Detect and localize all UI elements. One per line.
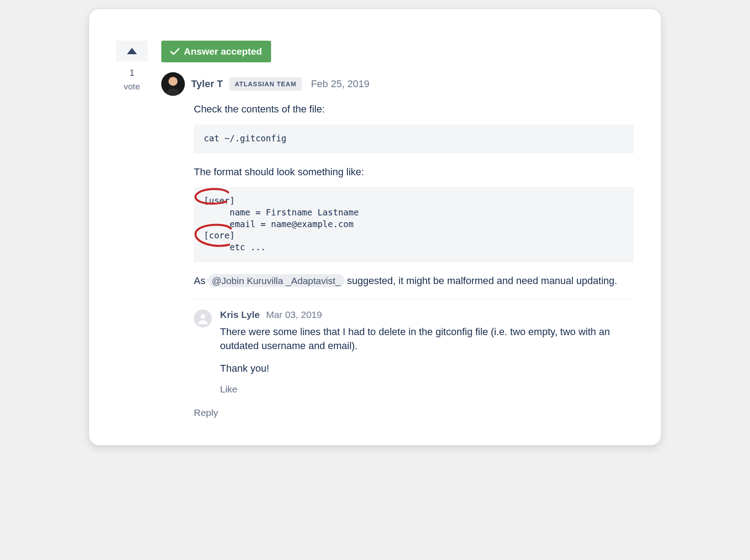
answer-header: Tyler T ATLASSIAN TEAM Feb 25, 2019 — [161, 72, 634, 96]
vote-column: 1 vote — [116, 41, 148, 418]
code-block-2: [user] name = Firstname Lastname email =… — [194, 187, 634, 261]
comment-avatar[interactable] — [194, 309, 212, 327]
check-icon — [170, 48, 179, 55]
person-icon — [197, 313, 209, 324]
reply-button[interactable]: Reply — [194, 407, 218, 418]
team-badge: ATLASSIAN TEAM — [230, 77, 302, 91]
user-mention[interactable]: @Jobin Kuruvilla _Adaptavist_ — [208, 274, 344, 287]
comment-header: Kris Lyle Mar 03, 2019 — [220, 309, 634, 320]
accepted-label: Answer accepted — [184, 46, 262, 57]
code-block-1: cat ~/.gitconfig — [194, 125, 634, 153]
divider — [194, 299, 634, 299]
comment: Kris Lyle Mar 03, 2019 There were some l… — [194, 309, 634, 395]
comment-text-2: Thank you! — [220, 361, 634, 376]
intro-text: Check the contents of the file: — [194, 102, 634, 117]
main-column: Answer accepted Tyler T ATLASSIAN TEAM F… — [161, 41, 634, 418]
closing-text: As @Jobin Kuruvilla _Adaptavist_ suggest… — [194, 274, 634, 288]
vote-count: 1 — [129, 68, 134, 78]
comment-date: Mar 03, 2019 — [266, 309, 322, 320]
answer-date: Feb 25, 2019 — [311, 78, 370, 90]
answer-body: Check the contents of the file: cat ~/.g… — [194, 102, 634, 418]
triangle-up-icon — [127, 48, 137, 54]
layout: 1 vote Answer accepted — [116, 41, 634, 418]
author-name[interactable]: Tyler T — [191, 78, 223, 90]
answer-accepted-badge: Answer accepted — [161, 41, 271, 62]
vote-label: vote — [124, 82, 140, 92]
upvote-button[interactable] — [116, 41, 148, 61]
closing-post: suggested, it might be malformed and nee… — [344, 275, 617, 286]
author-avatar[interactable] — [161, 72, 185, 96]
svg-point-2 — [201, 314, 205, 319]
svg-point-1 — [169, 77, 178, 86]
comment-body: Kris Lyle Mar 03, 2019 There were some l… — [220, 309, 634, 395]
avatar-image-icon — [161, 72, 185, 96]
closing-pre: As — [194, 275, 208, 286]
like-button[interactable]: Like — [220, 384, 634, 395]
code-block-2-wrapper: [user] name = Firstname Lastname email =… — [194, 187, 634, 261]
comment-author[interactable]: Kris Lyle — [220, 309, 260, 320]
comment-text-1: There were some lines that I had to dele… — [220, 325, 634, 354]
format-label: The format should look something like: — [194, 165, 634, 179]
answer-card: 1 vote Answer accepted — [89, 9, 661, 445]
